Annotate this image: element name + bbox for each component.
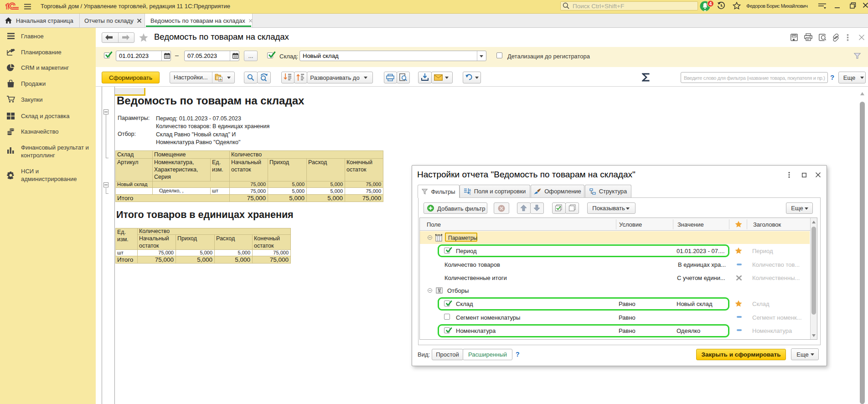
svg-text:4: 4 [709,1,712,6]
